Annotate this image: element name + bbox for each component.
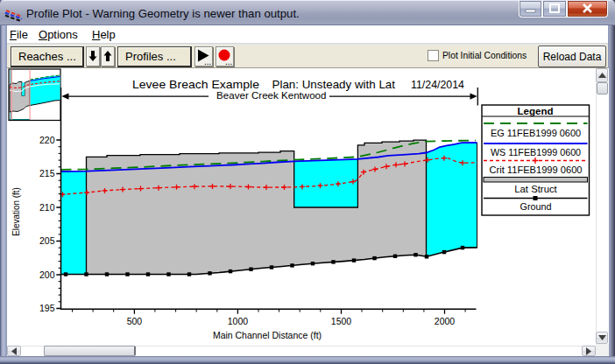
svg-text:220: 220 (39, 135, 55, 145)
svg-text:500: 500 (127, 316, 143, 326)
svg-text:2000: 2000 (435, 316, 456, 326)
svg-text:Elevation (ft): Elevation (ft) (11, 187, 21, 236)
svg-text:210: 210 (39, 202, 55, 213)
svg-text:...: ... (225, 57, 232, 66)
svg-text:Beaver Creek Kentwood: Beaver Creek Kentwood (216, 90, 326, 101)
svg-text:205: 205 (39, 235, 55, 246)
svg-text:EG 11FEB1999 0600: EG 11FEB1999 0600 (491, 128, 581, 138)
svg-text:Plan: Unsteady with Lat: Plan: Unsteady with Lat (272, 78, 396, 91)
svg-text:11/24/2014: 11/24/2014 (411, 78, 464, 91)
svg-text:Main Channel Distance (ft): Main Channel Distance (ft) (213, 330, 322, 340)
svg-text:WS 11FEB1999 0600: WS 11FEB1999 0600 (491, 147, 581, 158)
svg-text:Crit 11FEB1999 0600: Crit 11FEB1999 0600 (490, 164, 583, 175)
svg-text:215: 215 (39, 168, 55, 178)
svg-text:195: 195 (39, 303, 55, 313)
svg-text:1500: 1500 (331, 316, 352, 326)
svg-text:...: ... (204, 57, 211, 66)
svg-text:Ground: Ground (520, 201, 551, 212)
svg-text:Levee Breach Example: Levee Breach Example (132, 78, 259, 91)
svg-text:1000: 1000 (228, 316, 249, 326)
svg-text:200: 200 (39, 270, 55, 280)
svg-text:Lat Struct: Lat Struct (514, 184, 557, 194)
svg-text:Legend: Legend (518, 106, 554, 116)
